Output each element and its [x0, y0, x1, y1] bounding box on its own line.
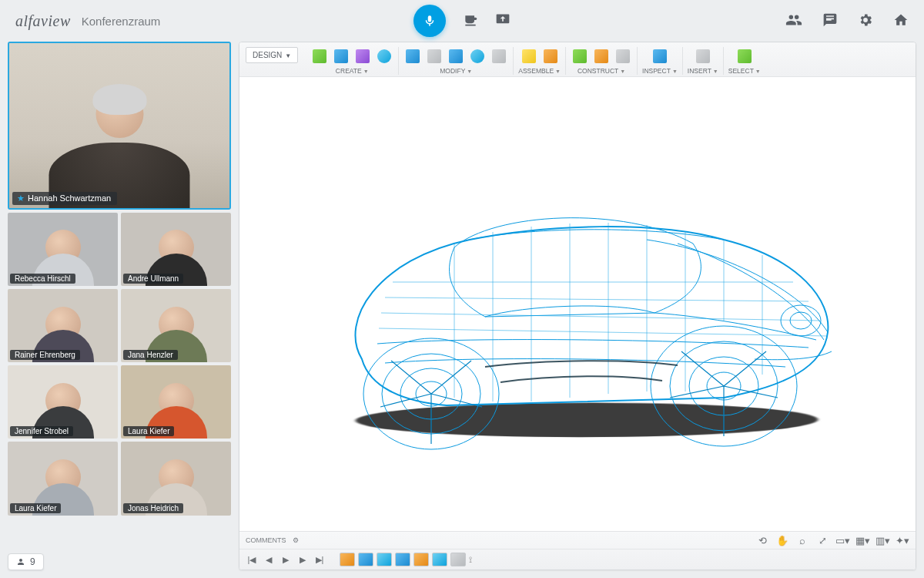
participant-video-tile[interactable]: Rebecca Hirschl [8, 213, 118, 286]
timeline-step[interactable] [340, 553, 355, 566]
tool-modify-1[interactable] [425, 47, 444, 66]
chevron-down-icon: ▼ [363, 69, 369, 74]
fit-tool[interactable]: ⤢ [815, 533, 829, 547]
participant-count-button[interactable]: 9 [8, 553, 44, 570]
comments-settings-icon[interactable]: ⚙ [293, 536, 299, 544]
tool-group-label-insert[interactable]: INSERT▼ [688, 67, 718, 75]
cad-mode-dropdown[interactable]: DESIGN▼ [246, 47, 298, 63]
share-screen-button[interactable] [495, 12, 511, 30]
timeline-step[interactable] [377, 553, 392, 566]
tool-select-0[interactable] [735, 47, 754, 66]
coffee-break-button[interactable] [463, 12, 478, 30]
timeline-step[interactable] [432, 553, 447, 566]
home-button[interactable] [893, 12, 909, 30]
comments-label[interactable]: COMMENTS [246, 536, 286, 544]
tool-insert-0[interactable] [694, 47, 712, 66]
app-logo: alfaview [15, 12, 71, 30]
chevron-down-icon: ▼ [713, 69, 718, 74]
tool-construct-0[interactable] [571, 47, 589, 66]
tool-group-label-select[interactable]: SELECT▼ [728, 67, 761, 75]
tool-inspect-0[interactable] [651, 47, 669, 66]
chat-icon [822, 12, 838, 28]
tool-group-label-construct[interactable]: CONSTRUCT▼ [578, 67, 625, 75]
tool-assemble-0[interactable] [520, 47, 538, 66]
timeline-step[interactable] [358, 553, 373, 566]
timeline-play-button[interactable]: ▶ [280, 555, 292, 565]
cad-tool-groups: CREATE▼MODIFY▼ASSEMBLE▼CONSTRUCT▼INSPECT… [306, 47, 765, 75]
participant-name-label: Andre Ullmann [123, 274, 183, 284]
participant-name-label: Rebecca Hirschl [10, 274, 75, 284]
participant-name-label: Rainer Ehrenberg [10, 350, 80, 360]
car-wireframe-model [293, 166, 862, 459]
speaker-name-pill: ★ Hannah Schwartzman [12, 192, 117, 205]
tool-modify-0[interactable] [403, 47, 422, 66]
speaker-video-tile[interactable]: ★ Hannah Schwartzman [8, 42, 231, 210]
participant-video-tile[interactable]: Jana Henzler [121, 289, 231, 362]
tool-create-0[interactable] [310, 47, 329, 66]
display-dropdown[interactable]: ▭▾ [835, 533, 849, 547]
svg-line-11 [681, 351, 724, 386]
participant-video-tile[interactable]: Laura Kiefer [8, 442, 118, 515]
grid-dropdown[interactable]: ▦▾ [855, 533, 869, 547]
tool-assemble-1[interactable] [541, 47, 560, 66]
coffee-icon [463, 12, 478, 28]
header-right-controls [785, 12, 909, 31]
person-icon [16, 557, 25, 566]
participant-video-tile[interactable]: Rainer Ehrenberg [8, 289, 118, 362]
tool-construct-1[interactable] [592, 47, 611, 66]
timeline-step[interactable] [395, 553, 410, 566]
tool-construct-2[interactable] [614, 47, 632, 66]
viewport-dropdown[interactable]: ▥▾ [875, 533, 889, 547]
timeline-last-button[interactable]: ▶| [313, 555, 326, 565]
tool-group-label-create[interactable]: CREATE▼ [336, 67, 369, 75]
tool-group-label-assemble[interactable]: ASSEMBLE▼ [518, 67, 561, 75]
app-header: alfaview Konferenzraum [0, 0, 924, 42]
participant-video-tile[interactable]: Jennifer Strobel [8, 365, 118, 439]
timeline-prev-button[interactable]: ◀ [263, 555, 275, 565]
cad-comments-bar: COMMENTS ⚙ ⟲ ✋ ⌕ ⤢ ▭▾ ▦▾ ▥▾ ✦▾ [239, 532, 916, 549]
tool-modify-3[interactable] [468, 47, 487, 66]
participant-name-label: Laura Kiefer [10, 503, 61, 513]
pan-tool[interactable]: ✋ [775, 533, 789, 547]
cad-view-tools: ⟲ ✋ ⌕ ⤢ ▭▾ ▦▾ ▥▾ ✦▾ [755, 533, 909, 547]
timeline-track: ⟟ [340, 553, 472, 566]
speaker-figure [49, 76, 189, 208]
tool-modify-4[interactable] [490, 47, 508, 66]
svg-line-13 [670, 386, 724, 398]
cad-canvas[interactable] [239, 77, 916, 531]
orbit-tool[interactable]: ⟲ [755, 533, 769, 547]
svg-line-16 [391, 361, 431, 394]
tool-group-inspect: INSPECT▼ [638, 47, 683, 75]
timeline-marker-icon[interactable]: ⟟ [469, 555, 472, 565]
timeline-first-button[interactable]: |◀ [246, 555, 258, 565]
timeline-next-button[interactable]: ▶ [296, 555, 309, 565]
participant-video-tile[interactable]: Andre Ullmann [121, 213, 231, 286]
microphone-button[interactable] [413, 5, 446, 37]
participant-video-tile[interactable]: Laura Kiefer [121, 365, 231, 439]
tool-group-label-modify[interactable]: MODIFY▼ [440, 67, 472, 75]
timeline-step[interactable] [413, 553, 429, 566]
tool-group-construct: CONSTRUCT▼ [566, 47, 638, 75]
participant-name-label: Jennifer Strobel [10, 426, 73, 436]
settings-button[interactable] [858, 12, 873, 30]
tool-group-label-inspect[interactable]: INSPECT▼ [642, 67, 678, 75]
cad-bottom-bars: COMMENTS ⚙ ⟲ ✋ ⌕ ⤢ ▭▾ ▦▾ ▥▾ ✦▾ |◀ ◀ ▶ ▶ [239, 531, 916, 570]
timeline-step[interactable] [450, 553, 466, 566]
tool-modify-2[interactable] [447, 47, 465, 66]
tool-create-1[interactable] [332, 47, 350, 66]
cad-timeline-bar: |◀ ◀ ▶ ▶ ▶| ⟟ [239, 549, 916, 570]
participants-button[interactable] [785, 12, 802, 31]
speaker-name-label: Hannah Schwartzman [28, 193, 111, 203]
chevron-down-icon: ▼ [555, 69, 561, 74]
chat-button[interactable] [822, 12, 838, 30]
tool-create-3[interactable] [375, 47, 393, 66]
main-layout: ★ Hannah Schwartzman Rebecca HirschlAndr… [0, 42, 924, 578]
zoom-tool[interactable]: ⌕ [795, 533, 809, 547]
tool-create-2[interactable] [353, 47, 372, 66]
chevron-down-icon: ▼ [755, 69, 761, 74]
tool-group-assemble: ASSEMBLE▼ [514, 47, 566, 75]
participant-video-tile[interactable]: Jonas Heidrich [121, 442, 231, 515]
microphone-icon [423, 14, 437, 28]
participant-count-label: 9 [30, 556, 35, 567]
extras-dropdown[interactable]: ✦▾ [896, 533, 909, 547]
